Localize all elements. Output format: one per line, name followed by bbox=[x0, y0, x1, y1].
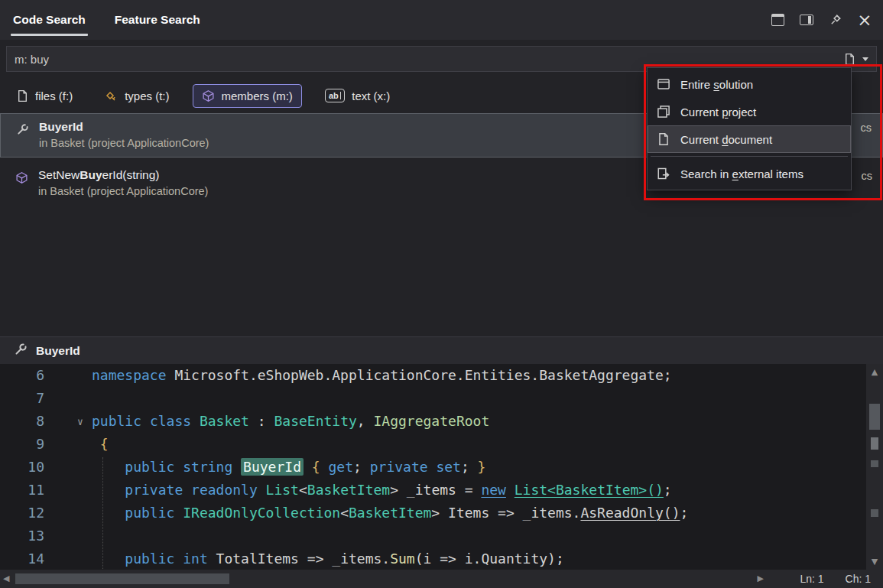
scroll-marker bbox=[871, 509, 878, 517]
label-pre: Current bbox=[680, 106, 722, 119]
search-scope-menu: Entire solution Current project Current … bbox=[647, 67, 852, 190]
line-number: 9 bbox=[0, 433, 44, 456]
code-line: 14 public int TotalItems => _items.Sum(i… bbox=[0, 547, 866, 570]
chevron-down-icon bbox=[862, 57, 868, 61]
menu-item-label: Entire solution bbox=[680, 78, 753, 91]
menu-item-search-external-items[interactable]: Search in external items bbox=[648, 160, 851, 187]
line-number: 13 bbox=[0, 525, 44, 547]
label-post: roject bbox=[729, 106, 757, 119]
tab-code-search[interactable]: Code Search bbox=[11, 0, 88, 40]
code-lines: 6namespace Microsoft.eShopWeb.Applicatio… bbox=[0, 364, 866, 570]
filter-label: members (m:) bbox=[222, 89, 293, 102]
property-wrench-icon bbox=[14, 343, 28, 359]
preview-header: BuyerId bbox=[0, 336, 883, 364]
result-filetype-badge: cs bbox=[862, 170, 873, 182]
code-line: 9 { bbox=[0, 433, 866, 456]
label-post: xternal items bbox=[739, 167, 803, 180]
status-line: Ln: 1 bbox=[800, 573, 823, 585]
preview-title: BuyerId bbox=[36, 344, 80, 358]
code-line: 11 private readonly List<BasketItem> _it… bbox=[0, 479, 866, 502]
label-pre: Entire bbox=[680, 78, 713, 91]
scroll-left-icon[interactable]: ◀ bbox=[3, 573, 9, 583]
label-post: olution bbox=[719, 78, 753, 91]
tab-label: Code Search bbox=[13, 13, 86, 27]
pin-glyph bbox=[829, 14, 842, 26]
title-match: Buy bbox=[39, 120, 61, 133]
tab-label: Feature Search bbox=[115, 13, 200, 27]
filter-files[interactable]: files (f:) bbox=[8, 84, 82, 108]
text-caret-glyph bbox=[340, 92, 342, 99]
horizontal-scrollbar[interactable]: ◀ ▶ bbox=[0, 570, 768, 588]
tabbar: Code Search Feature Search × bbox=[0, 0, 883, 40]
vertical-scrollbar[interactable]: ▲ ▼ bbox=[866, 364, 883, 570]
menu-item-current-project[interactable]: Current project bbox=[648, 98, 851, 125]
menu-item-entire-solution[interactable]: Entire solution bbox=[648, 70, 851, 98]
line-number: 10 bbox=[0, 456, 44, 479]
title-post: erId bbox=[61, 120, 83, 133]
result-filetype-badge: cs bbox=[861, 122, 872, 134]
search-input[interactable] bbox=[7, 53, 836, 66]
scroll-right-icon[interactable]: ▶ bbox=[758, 573, 764, 583]
document-icon bbox=[844, 53, 855, 66]
window-controls: × bbox=[770, 0, 872, 40]
line-number: 11 bbox=[0, 479, 44, 502]
filter-text[interactable]: ab text (x:) bbox=[316, 83, 399, 108]
code-line: 13 bbox=[0, 525, 866, 547]
cube-icon bbox=[202, 89, 215, 102]
label-pre: Current bbox=[680, 133, 722, 146]
split-window-icon[interactable] bbox=[799, 12, 814, 28]
menu-item-label: Search in external items bbox=[680, 167, 803, 180]
pin-icon[interactable] bbox=[828, 12, 843, 28]
line-number: 14 bbox=[0, 547, 44, 570]
filter-label: text (x:) bbox=[352, 89, 390, 102]
menu-item-label: Current document bbox=[680, 133, 772, 146]
result-location: in Basket (project ApplicationCore) bbox=[38, 185, 208, 197]
line-number: 6 bbox=[0, 364, 44, 387]
dock-window-icon[interactable] bbox=[770, 12, 785, 28]
indent-guide bbox=[102, 457, 103, 570]
filter-types[interactable]: types (t:) bbox=[96, 84, 178, 108]
result-location: in Basket (project ApplicationCore) bbox=[39, 137, 209, 149]
line-number: 7 bbox=[0, 387, 44, 410]
result-title: SetNewBuyerId(string) bbox=[38, 168, 160, 182]
code-line: 6namespace Microsoft.eShopWeb.Applicatio… bbox=[0, 364, 866, 387]
label-accel: s bbox=[713, 78, 719, 91]
scroll-up-icon[interactable]: ▲ bbox=[866, 367, 883, 377]
types-icon bbox=[105, 89, 118, 102]
status-column: Ch: 1 bbox=[846, 573, 871, 585]
code-line: 7 bbox=[0, 387, 866, 410]
filter-row: files (f:) types (t:) members (m:) ab te… bbox=[8, 80, 399, 112]
statusbar: Ln: 1 Ch: 1 bbox=[768, 570, 883, 588]
title-post: erId(string) bbox=[102, 168, 160, 181]
split-glyph bbox=[800, 15, 813, 25]
scroll-marker bbox=[871, 460, 878, 467]
tab-feature-search[interactable]: Feature Search bbox=[112, 0, 203, 40]
menu-item-current-document[interactable]: Current document bbox=[648, 125, 851, 153]
code-search-window: Code Search Feature Search × files (f:) bbox=[0, 0, 883, 588]
scroll-down-icon[interactable]: ▼ bbox=[866, 557, 883, 567]
menu-separator bbox=[651, 156, 848, 157]
filter-label: types (t:) bbox=[125, 89, 169, 102]
line-number: 12 bbox=[0, 502, 44, 525]
window-glyph bbox=[771, 14, 784, 26]
scroll-marker bbox=[871, 437, 878, 450]
property-wrench-icon bbox=[16, 123, 29, 139]
code-line: 10 public string BuyerId { get; private … bbox=[0, 456, 866, 479]
label-accel: e bbox=[732, 167, 739, 180]
vertical-scroll-thumb[interactable] bbox=[869, 404, 880, 430]
entire-solution-icon bbox=[656, 77, 671, 91]
close-icon[interactable]: × bbox=[857, 12, 872, 28]
title-match: Buy bbox=[80, 168, 102, 181]
file-icon bbox=[17, 89, 28, 102]
label-accel: d bbox=[722, 133, 728, 146]
title-pre: SetNew bbox=[38, 168, 80, 181]
line-number: 8 bbox=[0, 410, 44, 433]
label-post: ocument bbox=[729, 133, 773, 146]
horizontal-scroll-thumb[interactable] bbox=[15, 573, 229, 584]
code-editor[interactable]: 6namespace Microsoft.eShopWeb.Applicatio… bbox=[0, 364, 866, 570]
filter-members[interactable]: members (m:) bbox=[193, 84, 302, 108]
current-document-icon bbox=[656, 132, 671, 146]
menu-item-label: Current project bbox=[680, 106, 756, 119]
filter-label: files (f:) bbox=[35, 89, 73, 102]
result-title: BuyerId bbox=[39, 120, 83, 134]
